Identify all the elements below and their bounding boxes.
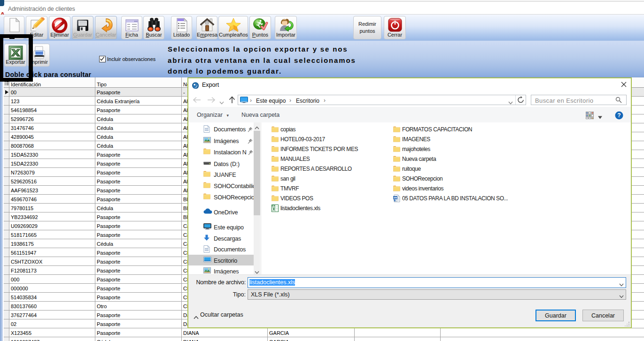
svg-text:?: ? (617, 112, 621, 119)
